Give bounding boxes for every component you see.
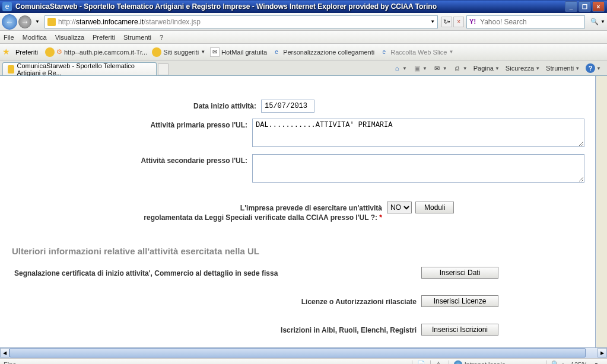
textarea-attivita-primaria[interactable]: DAL...........ATTIVITA' PRIMARIA xyxy=(252,119,584,147)
nav-bar: ← → ▼ http://starweb.infocamere.it/starw… xyxy=(0,13,607,31)
window-titlebar: e ComunicaStarweb - Sportello Telematico… xyxy=(0,0,607,13)
forward-button[interactable]: → xyxy=(18,15,31,28)
status-text: Fine xyxy=(4,361,412,365)
menu-preferiti[interactable]: Preferiti xyxy=(93,34,115,41)
menu-visualizza[interactable]: Visualizza xyxy=(55,34,84,41)
scroll-thumb[interactable] xyxy=(597,122,606,193)
menu-modifica[interactable]: Modifica xyxy=(23,34,47,41)
mail-icon: ✉ xyxy=(210,47,220,57)
help-button[interactable]: ?▼ xyxy=(583,62,603,74)
tab-site-icon xyxy=(8,65,14,74)
scroll-up-button[interactable]: ▲ xyxy=(597,76,606,86)
refresh-button[interactable]: ↻▾ xyxy=(441,17,452,27)
inserisci-iscrizioni-button[interactable]: Inserisci Iscrizioni xyxy=(421,324,498,336)
search-dropdown-icon[interactable]: ▼ xyxy=(600,19,605,24)
address-bar[interactable]: http://starweb.infocamere.it/starweb/ind… xyxy=(45,15,438,28)
scroll-left-button[interactable]: ◀ xyxy=(0,348,9,357)
favorites-label[interactable]: Preferiti xyxy=(15,49,38,56)
search-button[interactable]: 🔍 xyxy=(589,16,600,28)
url-input[interactable]: http://starweb.infocamere.it/starweb/ind… xyxy=(58,18,430,26)
scroll-right-button[interactable]: ▶ xyxy=(598,348,607,357)
page-menu[interactable]: Pagina▼ xyxy=(471,63,502,73)
horizontal-scrollbar[interactable]: ◀ ▶ xyxy=(0,347,607,358)
inserisci-licenze-button[interactable]: Inserisci Licenze xyxy=(421,295,498,307)
label-regolamentata: L'impresa prevede di esercitare un'attiv… xyxy=(12,202,387,222)
scroll-down-button[interactable]: ▼ xyxy=(597,337,606,347)
textarea-attivita-secondarie[interactable] xyxy=(252,154,584,183)
safety-menu[interactable]: Sicurezza▼ xyxy=(503,63,542,73)
tab-bar: ComunicaStarweb - Sportello Telematico A… xyxy=(0,60,607,76)
ie-icon: e xyxy=(272,47,281,57)
fav-item-1[interactable]: ⚙ http--auth.pie.camcom.it-Tr... xyxy=(45,47,147,57)
mail-button[interactable]: ✉▼ xyxy=(431,63,450,74)
status-icon: 📄 xyxy=(417,360,425,365)
window-title: ComunicaStarweb - Sportello Telematico A… xyxy=(15,2,565,11)
favorites-bar: ★ Preferiti ⚙ http--auth.pie.camcom.it-T… xyxy=(0,44,607,60)
status-icons2: ⚠ xyxy=(430,360,449,365)
label-attivita-secondarie: Attività secondarie presso l'UL: xyxy=(12,154,252,165)
nav-dropdown-icon[interactable]: ▼ xyxy=(35,19,40,24)
fav-item-3[interactable]: ✉HotMail gratuita xyxy=(210,47,267,57)
label-iscrizioni: Iscrizioni in Albi, Ruoli, Elenchi, Regi… xyxy=(12,324,421,334)
sun-icon xyxy=(45,47,55,57)
ie-icon: e xyxy=(379,47,389,57)
menu-help[interactable]: ? xyxy=(160,34,163,41)
fav-item-4[interactable]: ePersonalizzazione collegamenti xyxy=(272,47,374,57)
home-button[interactable]: ⌂▼ xyxy=(390,63,409,74)
minimize-button[interactable]: _ xyxy=(565,1,577,12)
input-data-inizio[interactable] xyxy=(261,100,314,113)
inserisci-dati-button[interactable]: Inserisci Dati xyxy=(421,267,498,279)
label-scia: Segnalazione certificata di inizio attiv… xyxy=(12,267,421,277)
status-icons: 📄 xyxy=(412,360,430,365)
window-controls: _ ❐ × xyxy=(565,1,605,12)
tab-title: ComunicaStarweb - Sportello Telematico A… xyxy=(17,62,151,76)
close-button[interactable]: × xyxy=(592,1,605,12)
zoom-icon: 🔍 xyxy=(551,360,560,364)
yahoo-icon: Y! xyxy=(469,18,478,26)
search-bar[interactable]: Y! xyxy=(466,15,585,28)
ie-icon: e xyxy=(2,2,12,11)
stop-button[interactable]: × xyxy=(453,17,464,27)
page-content: ▲ ▼ Data inizio attività: Attività prima… xyxy=(0,76,607,347)
globe-icon xyxy=(454,360,462,365)
section-header-ulteriori: Ulteriori informazioni relative all'atti… xyxy=(12,246,584,256)
vertical-scrollbar[interactable]: ▲ ▼ xyxy=(597,76,606,347)
menu-bar: File Modifica Visualizza Preferiti Strum… xyxy=(0,31,607,44)
restore-button[interactable]: ❐ xyxy=(579,1,591,12)
tools-menu[interactable]: Strumenti▼ xyxy=(544,63,582,73)
fav-item-2[interactable]: Siti suggeriti ▼ xyxy=(152,47,205,57)
label-licenze: Licenze o Autorizzazioni rilasciate xyxy=(12,295,421,306)
security-zone[interactable]: Intranet locale xyxy=(449,360,510,365)
command-bar: ⌂▼ ▣▼ ✉▼ ⎙▼ Pagina▼ Sicurezza▼ Strumenti… xyxy=(390,62,603,74)
moduli-button[interactable]: Moduli xyxy=(415,202,454,213)
status-icon: ⚠ xyxy=(436,360,444,365)
new-tab-button[interactable] xyxy=(158,63,169,75)
status-bar: Fine 📄 ⚠ Intranet locale 🔍↕ 125% ▼ xyxy=(0,358,607,364)
favorites-star-icon[interactable]: ★ xyxy=(2,47,13,58)
back-button[interactable]: ← xyxy=(2,14,17,30)
site-icon xyxy=(47,18,56,26)
select-regolamentata[interactable]: NO xyxy=(387,202,412,213)
fav-item-5[interactable]: eRaccolta Web Slice ▼ xyxy=(379,47,453,57)
feeds-button[interactable]: ▣▼ xyxy=(411,63,430,74)
hscroll-track[interactable] xyxy=(9,348,598,358)
sun-icon xyxy=(152,47,161,57)
label-data-inizio: Data inizio attività: xyxy=(12,100,261,110)
search-input[interactable] xyxy=(480,18,582,26)
zoom-control[interactable]: 🔍↕ 125% ▼ xyxy=(546,360,603,364)
label-attivita-primaria: Attività primaria presso l'UL: xyxy=(12,119,252,129)
browser-tab[interactable]: ComunicaStarweb - Sportello Telematico A… xyxy=(2,62,157,75)
menu-file[interactable]: File xyxy=(4,34,14,41)
scroll-track[interactable] xyxy=(597,193,606,337)
url-dropdown-icon[interactable]: ▼ xyxy=(430,19,435,24)
menu-strumenti[interactable]: Strumenti xyxy=(123,34,151,41)
print-button[interactable]: ⎙▼ xyxy=(451,63,470,74)
hscroll-thumb[interactable] xyxy=(9,348,586,357)
